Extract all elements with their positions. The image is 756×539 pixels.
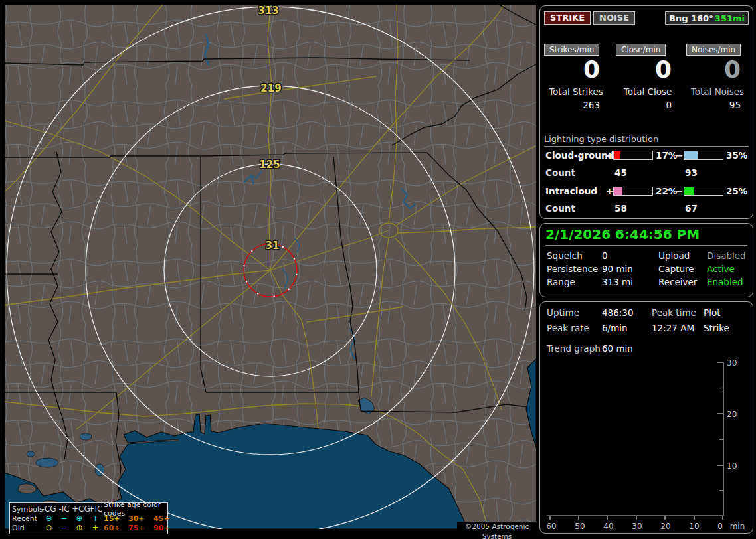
ic-negative-bar bbox=[684, 187, 723, 196]
x-axis-unit: min bbox=[730, 522, 745, 531]
strike-button[interactable]: STRIKE bbox=[544, 11, 591, 25]
cloud-ground-label: Cloud-ground bbox=[545, 150, 614, 161]
cg-negative-pct: 35% bbox=[726, 150, 747, 161]
plus-sign: + bbox=[606, 186, 613, 196]
ring-label-219: 219 bbox=[260, 82, 281, 94]
trend-panel: Uptime 486:30 Peak time Plot Peak rate 6… bbox=[539, 301, 753, 534]
trend-row: Trend graph 60 min bbox=[540, 343, 747, 354]
trend-graph-label: Trend graph bbox=[547, 343, 601, 354]
map-canvas: 313 219 125 31 bbox=[5, 5, 536, 529]
age-30: 30+ bbox=[128, 514, 153, 523]
persistence-value: 90 min bbox=[602, 264, 633, 274]
legend-symbols-header: Symbols bbox=[12, 505, 41, 514]
x-tick-60: 60 bbox=[546, 522, 556, 531]
pos-ic-old-icon: + bbox=[87, 524, 104, 532]
cg-positive-count: 45 bbox=[614, 167, 627, 178]
close-per-min-value: 0 bbox=[616, 57, 680, 82]
close-column: Close/min 0 Total Close 0 bbox=[616, 42, 680, 110]
peak-rate-value: 6/min bbox=[602, 323, 628, 333]
ring-label-313: 313 bbox=[258, 5, 278, 17]
total-close-label: Total Close bbox=[616, 86, 680, 97]
cloud-ground-row: Cloud-ground + 17% − 35% bbox=[540, 150, 747, 161]
noises-per-min-value: 0 bbox=[686, 57, 749, 82]
trend-graph-value: 60 min bbox=[602, 343, 633, 354]
status-row: Persistence 90 min Capture Active bbox=[540, 264, 747, 275]
uptime-label: Uptime bbox=[547, 307, 579, 318]
legend-col-neg-cg: -CG bbox=[41, 505, 56, 514]
ic-positive-pct: 22% bbox=[656, 186, 677, 196]
x-tick-40: 40 bbox=[603, 522, 613, 531]
close-per-min-chip[interactable]: Close/min bbox=[616, 44, 666, 56]
age-75: 75+ bbox=[128, 524, 153, 532]
ic-negative-fill bbox=[684, 187, 694, 195]
plus-sign: + bbox=[606, 150, 613, 161]
cg-positive-fill bbox=[614, 151, 620, 159]
legend-col-pos-ic: +IC bbox=[87, 505, 104, 514]
range-label: Range bbox=[547, 277, 575, 287]
persistence-label: Persistence bbox=[547, 264, 598, 274]
neg-cg-recent-icon: ⊖ bbox=[41, 514, 56, 523]
intracloud-label: Intracloud bbox=[545, 186, 597, 196]
cg-positive-pct: 17% bbox=[656, 150, 677, 161]
minus-sign: − bbox=[676, 150, 683, 161]
ic-negative-count: 67 bbox=[685, 203, 698, 214]
strikes-per-min-value: 0 bbox=[544, 57, 608, 82]
legend-col-neg-ic: -IC bbox=[56, 505, 72, 514]
noise-button[interactable]: NOISE bbox=[593, 11, 635, 25]
pos-cg-recent-icon: ⊕ bbox=[72, 514, 87, 523]
bearing-value: 351mi bbox=[715, 13, 745, 23]
squelch-value: 0 bbox=[602, 250, 608, 261]
cg-negative-count: 93 bbox=[685, 167, 698, 178]
trend-tick-labels: 30 20 10 60 50 40 30 20 10 0 min bbox=[546, 358, 745, 531]
total-strikes-label: Total Strikes bbox=[544, 86, 608, 97]
ic-count-row: Count 58 67 bbox=[540, 203, 747, 214]
upload-status: Disabled bbox=[707, 250, 746, 261]
trend-axes bbox=[547, 362, 723, 520]
clock: 2/1/2026 6:44:56 PM bbox=[545, 226, 747, 246]
cg-count-row: Count 45 93 bbox=[540, 167, 747, 178]
bearing-readout: Bng 160° 351mi bbox=[665, 11, 749, 25]
cg-count-label: Count bbox=[545, 167, 575, 178]
age-60: 60+ bbox=[104, 524, 128, 532]
total-noises-label: Total Noises bbox=[686, 86, 749, 97]
noises-per-min-chip[interactable]: Noises/min bbox=[686, 44, 741, 56]
x-tick-50: 50 bbox=[575, 522, 585, 531]
neg-cg-old-icon: ⊖ bbox=[41, 524, 56, 532]
plot-label: Plot bbox=[704, 307, 720, 318]
noises-column: Noises/min 0 Total Noises 95 bbox=[686, 42, 749, 110]
legend-old-label: Old bbox=[12, 524, 41, 532]
ring-label-125: 125 bbox=[259, 159, 280, 171]
stats-row: Peak rate 6/min 12:27 AM Strike bbox=[540, 323, 747, 334]
status-row: Squelch 0 Upload Disabled bbox=[540, 250, 747, 262]
neg-ic-recent-icon: − bbox=[56, 514, 72, 523]
squelch-label: Squelch bbox=[547, 250, 583, 261]
copyright-text: ©2005 Astrogenic Systems bbox=[457, 522, 537, 532]
uptime-value: 486:30 bbox=[602, 307, 634, 318]
strikes-per-min-chip[interactable]: Strikes/min bbox=[544, 44, 599, 56]
x-tick-0: 0 bbox=[717, 522, 723, 531]
strike-map[interactable]: 313 219 125 31 bbox=[5, 5, 536, 529]
nexstorm-app: { "map": { "ring_labels": ["313", "219",… bbox=[0, 0, 756, 539]
x-tick-30: 30 bbox=[632, 522, 642, 531]
ic-positive-bar bbox=[613, 187, 653, 196]
symbol-legend: Symbols -CG -IC +CG +IC Strike age color… bbox=[9, 502, 168, 534]
cg-negative-bar bbox=[684, 151, 723, 160]
status-panel: 2/1/2026 6:44:56 PM Squelch 0 Upload Dis… bbox=[539, 223, 753, 297]
bearing-label: Bng 160° bbox=[669, 13, 713, 23]
strikes-column: Strikes/min 0 Total Strikes 263 bbox=[544, 42, 608, 110]
receiver-status: Enabled bbox=[707, 277, 743, 287]
total-strikes-value: 263 bbox=[544, 100, 608, 110]
peak-time-label: Peak time bbox=[652, 307, 696, 318]
trend-graph: 30 20 10 60 50 40 30 20 10 0 min bbox=[545, 358, 749, 532]
ic-positive-count: 58 bbox=[614, 203, 627, 214]
x-tick-10: 10 bbox=[689, 522, 699, 531]
age-90: 90+ bbox=[153, 524, 179, 532]
upload-label: Upload bbox=[658, 250, 690, 261]
peak-time-value: 12:27 AM bbox=[652, 323, 694, 333]
y-tick-20: 20 bbox=[727, 410, 737, 419]
capture-label: Capture bbox=[658, 264, 694, 274]
stats-row: Uptime 486:30 Peak time Plot bbox=[540, 307, 747, 319]
ring-label-31: 31 bbox=[266, 240, 280, 252]
ic-count-label: Count bbox=[545, 203, 575, 214]
plot-type-value: Strike bbox=[704, 323, 729, 333]
